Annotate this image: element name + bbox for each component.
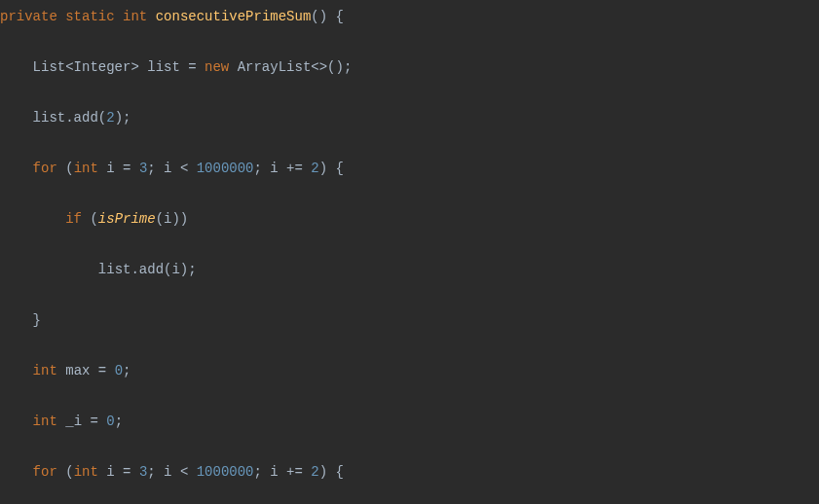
code-text: ) { — [319, 464, 344, 480]
code-text: ; i < — [147, 161, 196, 176]
code-text: _i = — [57, 414, 106, 429]
code-text: list.add( — [33, 110, 107, 126]
keyword-static: static — [65, 9, 114, 24]
code-line: if (isPrime(i)) — [0, 206, 819, 232]
code-text: (i)) — [156, 211, 189, 227]
number-literal: 2 — [311, 464, 318, 480]
code-text: ( — [57, 161, 74, 176]
method-name: consecutivePrimeSum — [156, 9, 312, 24]
number-literal: 0 — [115, 363, 123, 378]
code-text: ArrayList<>(); — [229, 59, 352, 75]
number-literal: 0 — [106, 414, 114, 429]
code-text: ); — [115, 110, 131, 126]
number-literal: 2 — [311, 161, 318, 176]
code-text: ( — [82, 211, 98, 227]
keyword-private: private — [0, 9, 57, 24]
number-literal: 1000000 — [197, 464, 254, 480]
code-line: List<Integer> list = new ArrayList<>(); — [0, 54, 819, 80]
code-line: int _i = 0; — [0, 409, 819, 434]
code-editor[interactable]: private static int consecutivePrimeSum()… — [0, 4, 819, 504]
keyword-int: int — [123, 9, 147, 24]
keyword-for: for — [33, 464, 57, 480]
code-line: private static int consecutivePrimeSum()… — [0, 4, 819, 29]
code-text: list.add(i); — [98, 262, 197, 277]
keyword-for: for — [33, 161, 57, 176]
number-literal: 1000000 — [197, 161, 254, 176]
code-line: int max = 0; — [0, 358, 819, 383]
keyword-int: int — [74, 161, 98, 176]
code-line: } — [0, 307, 819, 333]
code-text: ) { — [319, 161, 344, 176]
number-literal: 2 — [106, 110, 114, 126]
keyword-int: int — [74, 464, 98, 480]
code-line: for (int i = 3; i < 1000000; i += 2) { — [0, 156, 819, 181]
code-line: list.add(i); — [0, 257, 819, 282]
code-text: ; — [123, 363, 130, 378]
keyword-int: int — [33, 363, 57, 378]
code-text: List<Integer> list = — [33, 59, 205, 75]
code-line: for (int i = 3; i < 1000000; i += 2) { — [0, 459, 819, 485]
code-text: i = — [98, 161, 139, 176]
code-text: ; — [115, 414, 123, 429]
code-text: ( — [57, 464, 74, 480]
method-call: isPrime — [98, 211, 156, 227]
keyword-new: new — [205, 59, 229, 75]
code-text: ; i += — [254, 464, 312, 480]
keyword-if: if — [65, 211, 82, 227]
code-text: } — [33, 312, 41, 328]
code-text: ; i < — [147, 464, 196, 480]
code-text: i = — [98, 464, 139, 480]
keyword-int: int — [33, 414, 57, 429]
code-line: list.add(2); — [0, 105, 819, 130]
code-text: max = — [57, 363, 115, 378]
code-text: () { — [311, 9, 344, 24]
code-text: ; i += — [254, 161, 312, 176]
